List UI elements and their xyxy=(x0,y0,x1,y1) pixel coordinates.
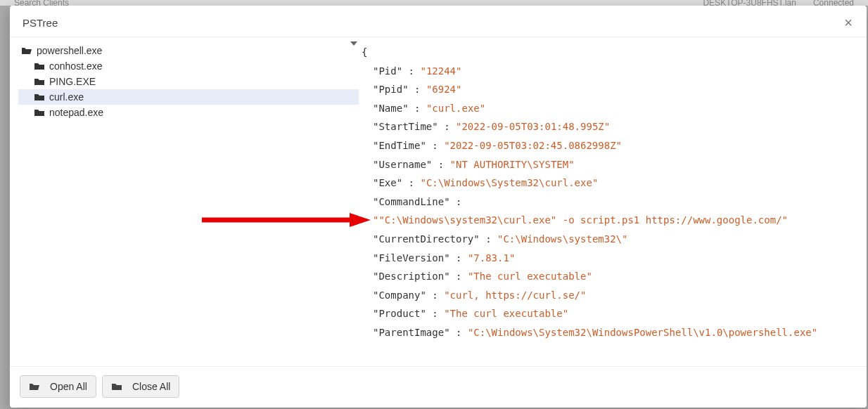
detail-value: "curl, https://curl.se/" xyxy=(444,290,586,301)
detail-value: "C:\Windows\System32\curl.exe" xyxy=(420,177,598,188)
folder-open-icon xyxy=(21,46,32,56)
detail-value: "C:\Windows\System32\WindowsPowerShell\v… xyxy=(468,327,817,338)
detail-key: "CommandLine" xyxy=(373,196,450,207)
colon: : xyxy=(409,84,426,95)
detail-value-row: ""C:\Windows\system32\curl.exe" -o scrip… xyxy=(362,211,861,230)
folder-open-icon xyxy=(29,382,40,391)
colon: : xyxy=(402,177,420,188)
open-all-button[interactable]: Open All xyxy=(20,375,96,398)
colon: : xyxy=(426,308,444,319)
open-all-label: Open All xyxy=(50,381,87,392)
colon: : xyxy=(402,65,420,77)
detail-key: "Ppid" xyxy=(373,84,409,95)
chevron-down-icon[interactable] xyxy=(350,41,357,46)
background-toolbar: Search Clients DESKTOP-3U8FHST.lan Conne… xyxy=(0,0,868,6)
detail-key: "EndTime" xyxy=(373,140,426,151)
folder-icon xyxy=(34,92,45,102)
process-tree-pane: powershell.execonhost.exePING.EXEcurl.ex… xyxy=(10,37,362,366)
detail-row-commandline: "CommandLine" : xyxy=(362,193,861,212)
detail-key: "Username" xyxy=(373,159,432,170)
detail-key: "Exe" xyxy=(373,177,402,188)
detail-row-exe: "Exe" : "C:\Windows\System32\curl.exe" xyxy=(362,174,861,193)
colon: : xyxy=(409,103,426,114)
tree-item-label: curl.exe xyxy=(49,91,84,103)
json-open-brace: { xyxy=(362,43,861,62)
modal-footer: Open All Close All xyxy=(10,366,867,408)
colon: : xyxy=(480,233,497,245)
detail-key: "Product" xyxy=(373,308,426,319)
bg-search-text: Search Clients xyxy=(14,0,69,6)
tree-item-label: powershell.exe xyxy=(37,45,102,56)
detail-row-product: "Product" : "The curl executable" xyxy=(362,304,861,323)
colon: : xyxy=(432,159,449,170)
tree-item-notepad-exe[interactable]: notepad.exe xyxy=(18,105,359,120)
detail-row-fileversion: "FileVersion" : "7.83.1" xyxy=(362,249,861,268)
detail-value: "2022-09-05T03:01:48.995Z" xyxy=(456,121,610,132)
detail-key: "Description" xyxy=(373,271,450,282)
modal-header: PSTree × xyxy=(10,6,867,37)
modal-body: powershell.execonhost.exePING.EXEcurl.ex… xyxy=(10,37,867,366)
detail-value: "The curl executable" xyxy=(468,271,592,282)
folder-icon xyxy=(111,382,122,391)
detail-value: "2022-09-05T03:02:45.0862998Z" xyxy=(444,140,622,151)
colon: : xyxy=(438,121,456,132)
detail-row-description: "Description" : "The curl executable" xyxy=(362,267,861,286)
detail-row-currentdirectory: "CurrentDirectory" : "C:\Windows\system3… xyxy=(362,230,861,249)
detail-row-name: "Name" : "curl.exe" xyxy=(362,99,861,118)
detail-value: "C:\Windows\system32\" xyxy=(497,233,627,245)
detail-key: "Name" xyxy=(373,103,409,114)
tree-item-curl-exe[interactable]: curl.exe xyxy=(18,89,359,105)
detail-value: "The curl executable" xyxy=(444,308,568,319)
bg-status: Connected xyxy=(813,0,854,6)
folder-icon xyxy=(34,61,45,71)
detail-pane: { "Pid" : "12244""Ppid" : "6924""Name" :… xyxy=(362,37,867,366)
colon: : xyxy=(450,196,462,207)
detail-value: "curl.exe" xyxy=(426,103,485,114)
modal-title: PSTree xyxy=(23,17,58,29)
detail-key: "StartTime" xyxy=(373,121,438,132)
detail-row-pid: "Pid" : "12244" xyxy=(362,62,861,81)
colon: : xyxy=(426,140,444,151)
detail-row-username: "Username" : "NT AUTHORITY\SYSTEM" xyxy=(362,155,861,174)
colon: : xyxy=(426,290,444,301)
bg-client-name: DESKTOP-3U8FHST.lan xyxy=(703,0,796,6)
folder-icon xyxy=(34,108,45,117)
detail-key: "ParentImage" xyxy=(373,327,450,338)
detail-key: "FileVersion" xyxy=(373,252,450,264)
detail-value: ""C:\Windows\system32\curl.exe" -o scrip… xyxy=(373,214,788,226)
detail-value: "12244" xyxy=(420,65,461,77)
detail-value: "NT AUTHORITY\SYSTEM" xyxy=(450,159,575,170)
detail-row-company: "Company" : "curl, https://curl.se/" xyxy=(362,286,861,305)
tree-item-ping-exe[interactable]: PING.EXE xyxy=(18,74,359,89)
detail-value: "6924" xyxy=(426,84,462,95)
colon: : xyxy=(450,271,468,282)
tree-item-label: conhost.exe xyxy=(49,60,103,72)
detail-value: "7.83.1" xyxy=(468,252,515,264)
detail-key: "Company" xyxy=(373,290,426,301)
detail-row-endtime: "EndTime" : "2022-09-05T03:02:45.0862998… xyxy=(362,136,861,155)
tree-item-conhost-exe[interactable]: conhost.exe xyxy=(18,58,359,74)
detail-row-starttime: "StartTime" : "2022-09-05T03:01:48.995Z" xyxy=(362,117,861,136)
detail-row-ppid: "Ppid" : "6924" xyxy=(362,80,861,99)
tree-item-powershell-exe[interactable]: powershell.exe xyxy=(18,43,359,58)
detail-key: "CurrentDirectory" xyxy=(373,233,480,245)
colon: : xyxy=(450,327,468,338)
detail-row-parentimage: "ParentImage" : "C:\Windows\System32\Win… xyxy=(362,323,861,342)
close-all-button[interactable]: Close All xyxy=(102,375,179,398)
folder-icon xyxy=(34,77,45,86)
close-all-label: Close All xyxy=(132,381,170,392)
tree-item-label: notepad.exe xyxy=(49,107,103,118)
detail-key: "Pid" xyxy=(373,65,402,77)
colon: : xyxy=(450,252,468,264)
tree-item-label: PING.EXE xyxy=(49,76,96,87)
close-icon[interactable]: × xyxy=(844,15,853,30)
pstree-modal: PSTree × powershell.execonhost.exePING.E… xyxy=(10,6,867,408)
